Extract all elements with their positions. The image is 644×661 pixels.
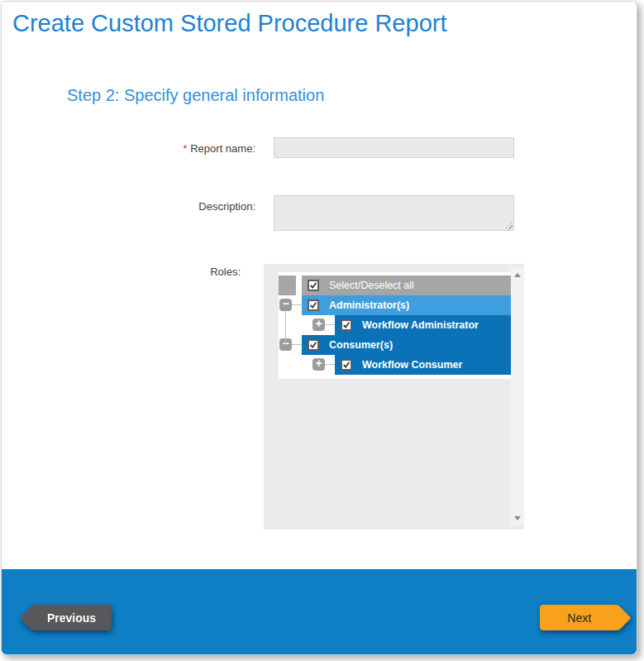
previous-button[interactable]: Previous [21, 605, 112, 630]
page-title: Create Custom Stored Procedure Report [12, 10, 446, 37]
roles-label: Roles: [2, 266, 241, 278]
role-label: Consumer(s) [329, 339, 393, 351]
tree-connector [325, 324, 335, 325]
roles-scrollbar[interactable] [511, 267, 524, 526]
checkmark-icon [309, 301, 317, 309]
role-checkbox[interactable] [308, 339, 319, 351]
role-label: Workflow Administrator [362, 319, 479, 331]
description-field-wrap [274, 195, 514, 231]
description-textarea[interactable] [274, 195, 514, 231]
report-name-label: *Report name: [2, 142, 255, 155]
role-label: Administrator(s) [329, 299, 409, 311]
checkmark-icon [309, 281, 317, 290]
tree-connector [325, 364, 335, 365]
expand-plus-icon[interactable]: + [312, 358, 325, 371]
next-button[interactable]: Next [540, 605, 630, 630]
role-label: Workflow Consumer [362, 359, 462, 371]
next-button-label: Next [568, 611, 592, 625]
step-heading: Step 2: Specify general information [67, 86, 324, 105]
role-checkbox[interactable] [341, 359, 352, 371]
description-label: Description: [2, 200, 255, 213]
tree-row-workflow-consumer[interactable]: + Workflow Consumer [279, 355, 511, 375]
scroll-down-icon[interactable] [514, 516, 521, 520]
page-canvas: Create Custom Stored Procedure Report St… [0, 0, 644, 661]
tree-connector [292, 304, 302, 305]
checkmark-icon [342, 361, 351, 369]
checkmark-icon [309, 341, 317, 349]
select-all-checkbox[interactable] [308, 280, 319, 291]
tree-connector [285, 310, 286, 344]
role-checkbox[interactable] [341, 319, 352, 331]
previous-button-label: Previous [47, 611, 96, 625]
report-name-input[interactable] [274, 137, 514, 158]
select-all-label: Select/Deselect all [329, 280, 414, 291]
roles-panel: Select/Deselect all − Administrator(s) [264, 264, 524, 529]
scroll-up-icon[interactable] [514, 273, 521, 277]
tree-row-workflow-administrator[interactable]: + Workflow Administrator [279, 315, 511, 335]
tree-connector [292, 344, 302, 345]
roles-tree: Select/Deselect all − Administrator(s) [279, 272, 511, 379]
checkmark-icon [342, 321, 351, 329]
wizard-window: Create Custom Stored Procedure Report St… [1, 1, 637, 655]
required-asterisk: * [184, 143, 188, 155]
tree-row-consumers[interactable]: − Consumer(s) [279, 335, 511, 355]
expand-plus-icon[interactable]: + [312, 319, 325, 331]
tree-corner-cell [279, 275, 296, 295]
collapse-minus-icon[interactable]: − [279, 299, 292, 311]
select-all-row[interactable]: Select/Deselect all [279, 275, 511, 295]
tree-row-administrators[interactable]: − Administrator(s) [279, 295, 511, 315]
role-checkbox[interactable] [308, 299, 319, 311]
